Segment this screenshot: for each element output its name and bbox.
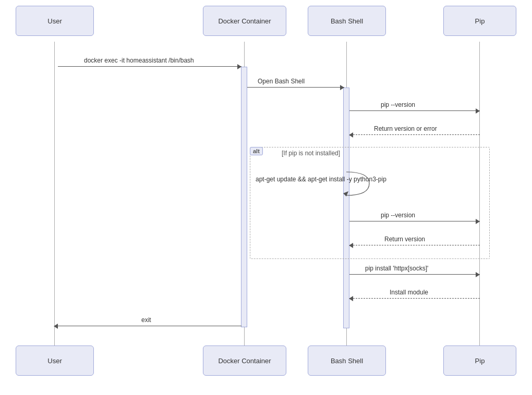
alt-fragment [250,147,490,259]
actor-pip-bottom: Pip [443,345,516,376]
message-8: pip install 'httpx[socks]' [349,274,480,275]
sequence-diagram: User Docker Container Bash Shell Pip Use… [0,0,532,395]
lifeline-user [54,42,55,353]
message-5-label: apt-get update && apt-get install -y pyt… [256,176,386,183]
alt-label: alt [250,147,263,155]
activation-docker [241,67,247,327]
actor-pip-top: Pip [443,6,516,36]
message-6: pip --version [349,221,480,221]
message-10: exit [58,326,241,326]
message-5-selfloop [343,169,380,198]
actor-user-top: User [16,6,94,36]
actor-docker-bottom: Docker Container [203,345,286,376]
actor-bash-bottom: Bash Shell [308,345,386,376]
actor-user-bottom: User [16,345,94,376]
actor-docker-top: Docker Container [203,6,286,36]
message-2: Open Bash Shell [247,87,344,88]
message-1: docker exec -it homeassistant /bin/bash [58,66,241,67]
message-9: Install module [353,298,480,299]
message-7: Return version [353,245,480,245]
message-3: pip --version [349,110,480,111]
alt-condition: [If pip is not installed] [282,150,340,157]
actor-bash-top: Bash Shell [308,6,386,36]
message-4: Return version or error [353,134,480,135]
